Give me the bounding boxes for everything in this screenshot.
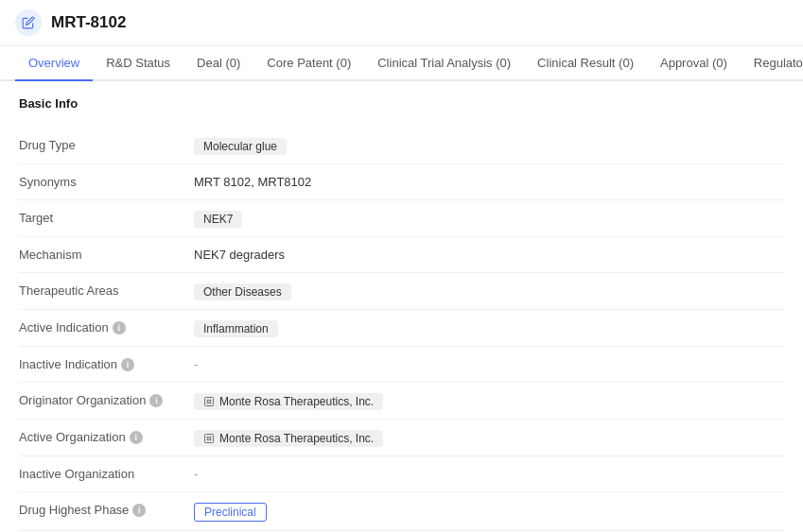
value-therapeutic-areas: Other Diseases — [194, 282, 784, 300]
originator-org-info-icon[interactable]: i — [149, 394, 163, 407]
svg-rect-9 — [209, 438, 211, 440]
therapeutic-areas-tag: Other Diseases — [194, 283, 291, 300]
svg-rect-7 — [209, 437, 211, 438]
field-drug-highest-phase: Drug Highest Phase i Preclinical — [19, 492, 784, 531]
label-active-org: Active Organization i — [19, 428, 194, 444]
originator-org-tag[interactable]: Monte Rosa Therapeutics, Inc. — [194, 393, 383, 410]
phase-badge: Preclinical — [194, 503, 267, 522]
drug-type-tag: Molecular glue — [194, 138, 287, 155]
tab-bar: Overview R&D Status Deal (0) Core Patent… — [0, 46, 803, 81]
svg-rect-0 — [205, 398, 214, 406]
value-target: NEK7 — [194, 209, 784, 228]
active-indication-info-icon[interactable]: i — [113, 321, 126, 335]
value-synonyms: MRT 8102, MRT8102 — [194, 173, 784, 189]
field-drug-type: Drug Type Molecular glue — [19, 128, 784, 164]
building-icon — [203, 396, 215, 407]
tab-overview[interactable]: Overview — [15, 46, 93, 81]
field-mechanism: Mechanism NEK7 degraders — [19, 237, 784, 273]
tab-deal[interactable]: Deal (0) — [183, 46, 253, 81]
svg-rect-5 — [205, 435, 214, 443]
inactive-indication-info-icon[interactable]: i — [121, 358, 134, 371]
active-indication-tag: Inflammation — [194, 320, 278, 337]
tab-clinical-result[interactable]: Clinical Result (0) — [524, 46, 647, 81]
label-drug-highest-phase: Drug Highest Phase i — [19, 501, 194, 517]
value-inactive-indication: - — [194, 355, 784, 371]
target-tag[interactable]: NEK7 — [194, 211, 242, 228]
tab-rd-status[interactable]: R&D Status — [93, 46, 183, 81]
drug-highest-phase-info-icon[interactable]: i — [132, 504, 146, 517]
tab-clinical-trial-analysis[interactable]: Clinical Trial Analysis (0) — [364, 46, 524, 81]
value-active-indication: Inflammation — [194, 318, 784, 337]
field-active-indication: Active Indication i Inflammation — [19, 310, 784, 347]
svg-rect-4 — [209, 402, 211, 403]
svg-rect-2 — [209, 400, 211, 402]
value-drug-highest-phase: Preclinical — [194, 501, 784, 522]
page-title: MRT-8102 — [51, 13, 126, 32]
section-title: Basic Info — [19, 96, 784, 114]
active-org-info-icon[interactable]: i — [130, 431, 143, 444]
field-therapeutic-areas: Therapeutic Areas Other Diseases — [19, 273, 784, 310]
tab-approval[interactable]: Approval (0) — [647, 46, 741, 81]
svg-rect-8 — [207, 438, 209, 440]
tab-core-patent[interactable]: Core Patent (0) — [253, 46, 364, 81]
label-inactive-org: Inactive Organization — [19, 465, 194, 481]
field-synonyms: Synonyms MRT 8102, MRT8102 — [19, 164, 784, 200]
active-org-tag[interactable]: Monte Rosa Therapeutics, Inc. — [194, 430, 383, 447]
page-header: MRT-8102 — [0, 0, 803, 46]
building-icon-2 — [203, 433, 215, 444]
svg-rect-6 — [207, 437, 209, 438]
value-active-org: Monte Rosa Therapeutics, Inc. — [194, 428, 784, 447]
label-originator-org: Originator Organization i — [19, 391, 194, 407]
tab-regulatory-review[interactable]: Regulatory Review — [741, 46, 803, 81]
svg-rect-1 — [207, 400, 209, 402]
label-drug-type: Drug Type — [19, 136, 194, 152]
label-target: Target — [19, 209, 194, 225]
field-inactive-org: Inactive Organization - — [19, 456, 784, 492]
label-inactive-indication: Inactive Indication i — [19, 355, 194, 371]
value-drug-type: Molecular glue — [194, 136, 784, 155]
label-synonyms: Synonyms — [19, 173, 194, 189]
label-active-indication: Active Indication i — [19, 318, 194, 335]
value-mechanism: NEK7 degraders — [194, 246, 784, 262]
value-inactive-org: - — [194, 465, 784, 481]
field-target: Target NEK7 — [19, 200, 784, 237]
value-originator-org: Monte Rosa Therapeutics, Inc. — [194, 391, 784, 410]
main-content: Basic Info Drug Type Molecular glue Syno… — [0, 81, 803, 532]
drug-icon — [15, 9, 42, 36]
field-originator-org: Originator Organization i Monte Rosa The… — [19, 383, 784, 420]
svg-rect-3 — [207, 402, 209, 403]
field-active-org: Active Organization i Monte Rosa Therape… — [19, 420, 784, 456]
label-mechanism: Mechanism — [19, 246, 194, 262]
field-inactive-indication: Inactive Indication i - — [19, 347, 784, 383]
label-therapeutic-areas: Therapeutic Areas — [19, 282, 194, 298]
